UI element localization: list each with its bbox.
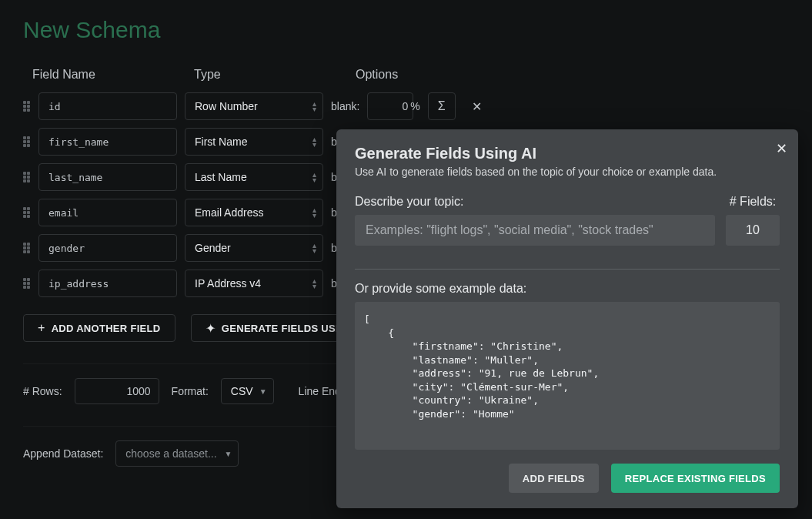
drag-handle-icon[interactable] (23, 136, 34, 147)
type-select[interactable]: Last Name ▴▾ (185, 163, 323, 191)
type-select[interactable]: First Name ▴▾ (185, 128, 323, 156)
chevron-updown-icon: ▴▾ (312, 172, 316, 182)
field-name-input[interactable] (38, 128, 177, 156)
ai-icon: ✦ (206, 321, 216, 336)
type-select[interactable]: Email Address ▴▾ (185, 199, 323, 226)
append-dataset-select[interactable]: choose a dataset... ▼ (115, 440, 239, 467)
num-fields-input[interactable] (726, 215, 780, 246)
header-type: Type (194, 68, 348, 82)
num-fields-label: # Fields: (726, 195, 780, 209)
modal-divider (355, 269, 780, 270)
chevron-updown-icon: ▴▾ (312, 243, 316, 253)
type-value: Last Name (195, 171, 247, 183)
append-dataset-placeholder: choose a dataset... (125, 447, 216, 460)
modal-close-button[interactable]: ✕ (776, 140, 787, 157)
example-data-label: Or provide some example data: (355, 282, 780, 296)
drag-handle-icon[interactable] (23, 172, 34, 182)
type-value: IP Address v4 (195, 277, 261, 290)
field-name-input[interactable] (38, 92, 177, 120)
type-value: Gender (195, 242, 231, 254)
drag-handle-icon[interactable] (23, 207, 34, 218)
topic-input[interactable] (355, 215, 715, 246)
field-name-input[interactable] (38, 234, 177, 262)
chevron-updown-icon: ▴▾ (312, 136, 316, 147)
blank-label: blank: (331, 100, 359, 112)
add-field-label: ADD ANOTHER FIELD (52, 323, 161, 334)
rows-input[interactable] (75, 378, 159, 404)
append-dataset-label: Append Dataset: (23, 447, 103, 460)
replace-fields-button[interactable]: REPLACE EXISTING FIELDS (611, 464, 780, 493)
sigma-icon: Σ (438, 99, 446, 113)
drag-handle-icon[interactable] (23, 278, 34, 289)
topic-label: Describe your topic: (355, 195, 715, 209)
chevron-updown-icon: ▴▾ (312, 207, 316, 218)
header-field-name: Field Name (32, 68, 186, 82)
sigma-button[interactable]: Σ (428, 92, 456, 120)
example-data-textarea[interactable]: [ { "firstname": "Christine", "lastname"… (355, 302, 780, 450)
close-icon: ✕ (776, 141, 787, 156)
caret-down-icon: ▼ (259, 387, 267, 396)
close-icon: ✕ (472, 99, 482, 114)
schema-row: Row Number ▴▾ blank: % Σ ✕ (23, 92, 789, 120)
chevron-updown-icon: ▴▾ (312, 278, 316, 289)
drag-handle-icon[interactable] (23, 101, 34, 112)
column-headers: Field Name Type Options (23, 68, 789, 82)
type-select[interactable]: Gender ▴▾ (185, 234, 323, 262)
rows-label: # Rows: (23, 385, 62, 397)
generate-fields-modal: ✕ Generate Fields Using AI Use AI to gen… (336, 129, 798, 508)
format-value: CSV (231, 385, 253, 397)
header-options: Options (356, 68, 789, 82)
type-value: Row Number (195, 100, 258, 112)
format-select[interactable]: CSV ▼ (221, 378, 274, 404)
add-fields-button[interactable]: ADD FIELDS (509, 464, 599, 493)
drag-handle-icon[interactable] (23, 243, 34, 253)
format-label: Format: (172, 385, 209, 397)
blank-input[interactable] (367, 92, 413, 120)
modal-subtitle: Use AI to generate fields based on the t… (355, 166, 780, 178)
field-name-input[interactable] (38, 163, 177, 191)
chevron-updown-icon: ▴▾ (312, 101, 316, 112)
add-field-button[interactable]: + ADD ANOTHER FIELD (23, 314, 175, 342)
type-select[interactable]: Row Number ▴▾ (185, 92, 323, 120)
percent-label: % (410, 100, 419, 112)
type-value: First Name (195, 136, 247, 148)
modal-title: Generate Fields Using AI (355, 145, 780, 162)
plus-icon: + (38, 321, 45, 335)
field-name-input[interactable] (38, 270, 177, 297)
field-name-input[interactable] (38, 199, 177, 226)
type-select[interactable]: IP Address v4 ▴▾ (185, 270, 323, 297)
delete-row-button[interactable]: ✕ (463, 92, 491, 120)
caret-down-icon: ▼ (224, 450, 232, 458)
type-value: Email Address (195, 206, 263, 219)
page-title: New Schema (23, 17, 789, 43)
